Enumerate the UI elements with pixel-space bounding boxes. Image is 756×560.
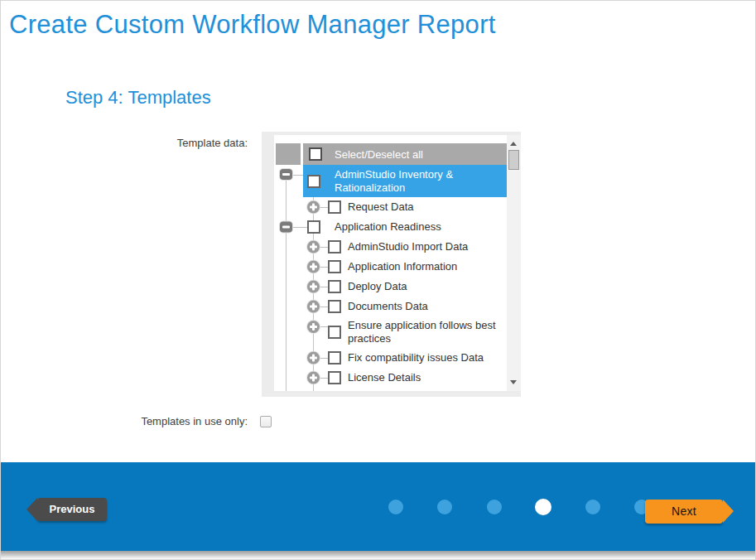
step-dot — [487, 500, 502, 514]
tree-row-label: AdminStudio Import Data — [348, 240, 468, 253]
previous-button-label: Previous — [50, 503, 95, 515]
expand-icon[interactable] — [307, 321, 320, 333]
row-checkbox[interactable] — [328, 260, 341, 273]
tree-row[interactable]: AdminStudio Import Data — [274, 237, 507, 257]
tree-row[interactable]: License Details — [274, 368, 507, 388]
tree-row[interactable]: AdminStudio Inventory & Rationalization — [274, 165, 507, 197]
tree-row-label: Request Data — [348, 200, 414, 214]
templates-in-use-label: Templates in use only: — [125, 415, 248, 427]
tree-row[interactable]: Application Readiness — [274, 217, 507, 237]
row-checkbox[interactable] — [328, 300, 341, 313]
tree-row-label: License Details — [348, 371, 421, 384]
collapse-icon[interactable] — [280, 222, 292, 233]
tree-row-label: AdminStudio Inventory & Rationalization — [335, 168, 482, 195]
tree-row[interactable]: Application Information — [274, 257, 507, 277]
tree-row-label: Deploy Data — [348, 280, 407, 293]
select-all-row[interactable]: Select/Deselect all — [303, 143, 507, 165]
wizard-footer: Previous Next — [1, 462, 755, 551]
step-dot — [388, 500, 403, 514]
row-checkbox[interactable] — [307, 175, 320, 188]
tree-row[interactable]: Ensure application follows best practice… — [274, 316, 507, 348]
expand-icon[interactable] — [307, 281, 320, 293]
tree-body: AdminStudio Inventory & Rationalization … — [274, 165, 507, 391]
tree-row-label: Ensure application follows best practice… — [348, 319, 505, 345]
tree-row[interactable]: Request Data — [274, 197, 507, 217]
scrollbar[interactable] — [507, 135, 521, 391]
previous-button[interactable]: Previous — [37, 498, 107, 521]
collapse-icon[interactable] — [280, 169, 292, 180]
expand-icon[interactable] — [307, 241, 320, 253]
next-button[interactable]: Next — [645, 500, 723, 524]
tree-row-label: Documents Data — [348, 300, 428, 313]
select-all-label: Select/Deselect all — [335, 148, 423, 161]
page-shadow — [1, 551, 755, 559]
expand-icon[interactable] — [307, 372, 320, 384]
step-dot-active — [535, 499, 551, 515]
scroll-up-icon[interactable] — [510, 142, 517, 146]
page-title: Create Custom Workflow Manager Report — [9, 10, 496, 40]
wizard-page: Create Custom Workflow Manager Report St… — [0, 0, 756, 560]
row-checkbox[interactable] — [307, 220, 320, 234]
expand-icon[interactable] — [307, 301, 320, 313]
tree-row[interactable]: Fix compatibility issues Data — [274, 348, 507, 368]
scroll-down-icon[interactable] — [510, 380, 517, 384]
row-checkbox[interactable] — [328, 326, 341, 339]
scroll-thumb[interactable] — [508, 150, 519, 170]
tree-panel: Select/Deselect all AdminStudio Inventor… — [274, 135, 507, 391]
step-heading: Step 4: Templates — [65, 87, 211, 109]
tree-row-label: Application Readiness — [335, 220, 441, 234]
row-checkbox[interactable] — [328, 371, 341, 384]
row-checkbox[interactable] — [328, 240, 341, 253]
row-checkbox[interactable] — [328, 351, 341, 364]
tree-row-label: Fix compatibility issues Data — [348, 351, 484, 364]
tree-header-spacer — [276, 143, 301, 165]
tree-row-label: Application Information — [348, 260, 457, 273]
expand-icon[interactable] — [307, 261, 320, 273]
tree-row[interactable]: Deploy Data — [274, 277, 507, 297]
tree-header: Select/Deselect all — [274, 143, 507, 165]
next-button-label: Next — [672, 504, 696, 518]
step-dot — [437, 500, 452, 514]
template-tree: Select/Deselect all AdminStudio Inventor… — [262, 132, 521, 397]
expand-icon[interactable] — [307, 352, 320, 364]
expand-icon[interactable] — [307, 201, 320, 214]
step-dot — [585, 500, 600, 514]
select-all-checkbox[interactable] — [309, 147, 322, 161]
row-checkbox[interactable] — [328, 280, 341, 293]
row-checkbox[interactable] — [328, 200, 341, 214]
template-data-label: Template data: — [125, 137, 248, 149]
tree-row[interactable]: Documents Data — [274, 297, 507, 316]
templates-in-use-checkbox[interactable] — [260, 416, 272, 427]
